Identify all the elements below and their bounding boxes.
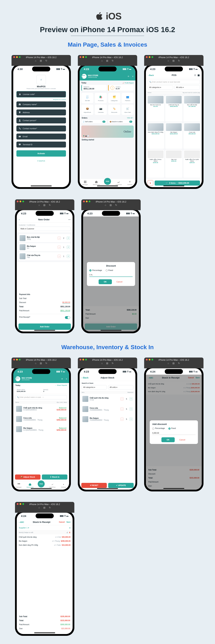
contact-number-input[interactable]: Contact number* [16, 126, 66, 132]
discount-value-input[interactable]: 5 % [89, 273, 132, 277]
menu-icon[interactable]: ≡ [66, 378, 67, 380]
product-card[interactable]: Kem đánh răng PS 100g$300,000.00 [147, 122, 164, 149]
receipt-row[interactable]: Bia Saigonx 1 Thung $290,000.00 [19, 539, 70, 543]
modal-scrim[interactable]: Add discount Percentage Fixed 5,000.00 O… [146, 375, 202, 490]
avatar[interactable]: MAX S. [82, 74, 86, 79]
nav-manager[interactable]: Manager [80, 178, 91, 187]
product-card[interactable]: Kẹo mút$200.00 [165, 150, 182, 178]
share-report-link[interactable]: ← Share Reports [55, 384, 67, 386]
tile-cameras[interactable]: 📷Cameras [95, 104, 107, 115]
tile-categories[interactable]: 🗂️Categories [108, 93, 120, 103]
cancel-button[interactable]: Cancel [115, 279, 124, 284]
sync-icon[interactable]: ⟳ [128, 76, 129, 77]
adj-unit-select[interactable]: All units ▾ [108, 385, 133, 390]
product-card[interactable]: Coca cola$50,000.00 [184, 122, 201, 149]
tile-adjust-stock[interactable]: 📦AdjustStock [81, 104, 93, 115]
add-supplier-icon[interactable]: ⊕ [69, 527, 70, 529]
warehouse-search[interactable]: 🔍 Enter product name or scan ⎍ [15, 395, 67, 400]
grid-icon[interactable]: ▦ [198, 74, 200, 76]
window-titlebar: iPhone 14 Pro Max – iOS 16.2 ⌂▧↻ [12, 55, 71, 66]
product-card[interactable]: Chế sừa Ông da$400,000.00 [165, 95, 182, 122]
radio-percentage[interactable]: Percentage [152, 427, 165, 430]
product-card[interactable]: Bia khô Huda Ice$12.50 [147, 95, 164, 122]
product-card[interactable]: Nước mắm Phú Quốc 500ml$250.00 [184, 150, 201, 178]
menu-icon[interactable]: ≡ [132, 76, 133, 77]
traffic-red[interactable] [13, 56, 15, 58]
radio-percentage[interactable]: Percentage [89, 269, 102, 272]
tile-partners[interactable]: 👥Partners [122, 93, 134, 103]
receipt-row[interactable]: Kem đánh răng PS 100gx 1 Tube $15,000.00 [19, 543, 70, 547]
company-input[interactable]: Company name* [16, 102, 66, 107]
product-card[interactable]: Bia Saigon$200,000.00 [165, 122, 182, 149]
cancel-link[interactable]: Cancel [59, 521, 65, 523]
search-input[interactable]: 🔍 Enter product name or scan barcode [148, 80, 200, 84]
discount-value-input[interactable]: 5,000.00 [152, 431, 195, 435]
contact-person-input[interactable]: Contact person* [16, 118, 66, 124]
nav-settings[interactable]: Settings [124, 178, 136, 187]
receipt-row[interactable]: Chổi quét nhà đa năngx 1 Cái $30,000.00 [19, 535, 70, 539]
stockin-orders-chip[interactable]: 📦 Stock-In orders0 [108, 120, 134, 124]
license-input[interactable]: License code* [16, 91, 66, 98]
stock-row[interactable]: Coca cola2100000000001 · ThungBalanced$3… [15, 415, 67, 423]
update-button[interactable]: ✓ UPDATE [108, 483, 134, 488]
screenshot-icon[interactable]: ▧ [40, 59, 42, 62]
clear-cart-button[interactable]: 🗑 [148, 180, 153, 186]
view-all-link[interactable]: View all › [127, 117, 133, 119]
ok-button[interactable]: OK [162, 437, 175, 442]
terminal-input[interactable]: Terminal ID [16, 142, 66, 148]
app-name: MiniPOS [16, 85, 66, 88]
activate-button[interactable]: Activate [16, 150, 66, 156]
product-card[interactable]: Nước mắm Chinsu 500ml$190.00 [147, 150, 164, 178]
adj-cat-select[interactable]: All categories ▾ [82, 385, 107, 390]
back-button[interactable]: ‹ Back [82, 376, 88, 379]
category-select[interactable]: All categories ▾ [148, 85, 173, 90]
radio-fixed[interactable]: Fixed [168, 427, 176, 430]
rotate-icon[interactable]: ↻ [45, 59, 47, 62]
adjust-stock-button[interactable]: 📦 Adjust Stock [15, 474, 40, 480]
cart-bar[interactable]: 🛒 3 items • $582,008.00 [154, 180, 200, 186]
supplier-select[interactable]: Supplier 1 ▾ [19, 527, 29, 529]
discount-field[interactable]: $0,000.00 [62, 302, 70, 304]
barcode-icon[interactable]: ⎍ [194, 74, 196, 76]
cancel-button[interactable]: Cancel [178, 437, 186, 442]
modal-scrim[interactable]: Discount Percentage Fixed 5 % OK Cancel [83, 216, 139, 332]
tile-more-sale[interactable]: 🛒More Sale [122, 104, 134, 115]
product-card[interactable]: Bún chả Hà Nội$17,000.00 [184, 95, 201, 122]
qty-minus[interactable]: − [58, 236, 61, 240]
print-toggle[interactable] [65, 316, 70, 319]
profit-report-link[interactable]: 📈 Profit Report [122, 82, 134, 84]
radio-fixed[interactable]: Fixed [106, 269, 113, 272]
back-button[interactable]: ‹ Back [148, 74, 154, 76]
back-button[interactable]: ‹ [19, 218, 20, 221]
traffic-yellow[interactable] [16, 56, 18, 58]
customer-input[interactable]: Walk-in Customer [19, 226, 70, 231]
reset-button[interactable]: ↺ RESET [81, 483, 107, 488]
traffic-green[interactable] [19, 56, 20, 58]
qty-plus[interactable]: + [67, 236, 70, 240]
email-input[interactable]: Email [16, 134, 66, 140]
add-order-button[interactable]: Add Order [18, 324, 71, 330]
dashboard-header: MAX S. MAX STOREWAREHOUSE ⟳ ≡ [80, 72, 136, 80]
request-license-link[interactable]: Request For License [53, 99, 66, 100]
home-icon[interactable]: ⌂ [35, 59, 36, 62]
save-link[interactable]: Save [66, 521, 70, 523]
stock-row[interactable]: Chổi quét nhà đa năngtn.5|5001|500012Bal… [15, 405, 67, 413]
address-input[interactable]: Address [16, 110, 66, 116]
tile-discounts[interactable]: 🏷️Discounts [108, 104, 120, 115]
back-button[interactable]: ‹ ABC [19, 521, 24, 523]
delete-icon[interactable]: 🗑 [69, 532, 70, 533]
stock-row[interactable]: Bia Saigontn.5|5001|500001 · ThungBalanc… [15, 425, 67, 433]
sell-orders-chip[interactable]: 🧾 Sell orders0 [81, 120, 107, 124]
sync-icon[interactable]: ⟳ [62, 378, 63, 380]
unit-select[interactable]: All units ▾ [174, 85, 200, 90]
stock-in-button[interactable]: ↧ Stock In [42, 474, 67, 480]
ok-button[interactable]: OK [98, 279, 112, 284]
tile-add-bill[interactable]: 🧾Add Bill [81, 93, 93, 103]
tile-products[interactable]: 🛍️Products [95, 93, 107, 103]
more-icon[interactable]: ⋯ [68, 218, 70, 221]
print-icon[interactable]: 🖨 [66, 532, 68, 533]
paid-field[interactable]: $551,130.00 [60, 310, 70, 312]
discount-modal: Discount Percentage Fixed 5 % OK Cancel [87, 262, 135, 286]
online-banner[interactable]: 🛍️ 📷 🧾 Online [81, 126, 134, 138]
balance-card: Balance$551,130.00 [81, 85, 107, 91]
